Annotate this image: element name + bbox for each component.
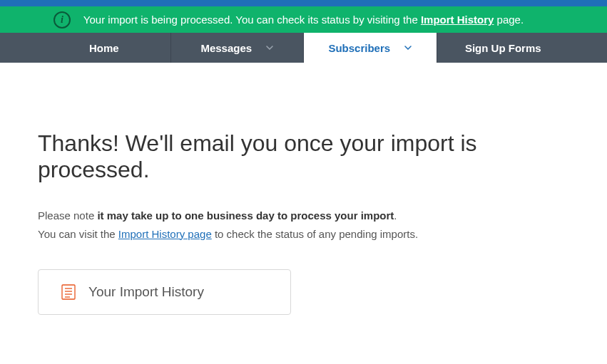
- page-heading: Thanks! We'll email you once your import…: [38, 130, 569, 183]
- top-accent-bar: [0, 0, 607, 6]
- import-history-page-link[interactable]: Import History page: [118, 228, 212, 240]
- nav-subscribers-label: Subscribers: [328, 42, 390, 54]
- import-history-link[interactable]: Import History: [421, 14, 494, 26]
- notification-text: Your import is being processed. You can …: [83, 14, 524, 26]
- nav-home[interactable]: Home: [38, 33, 171, 63]
- list-icon: [61, 284, 76, 300]
- nav-home-label: Home: [89, 42, 119, 54]
- main-content: Thanks! We'll email you once your import…: [38, 63, 569, 315]
- nav-messages-label: Messages: [200, 42, 252, 54]
- notification-bar: i Your import is being processed. You ca…: [0, 6, 607, 33]
- your-import-history-button[interactable]: Your Import History: [38, 269, 291, 315]
- nav-signup-forms-label: Sign Up Forms: [465, 42, 541, 54]
- nav-signup-forms[interactable]: Sign Up Forms: [437, 33, 570, 63]
- para-import-history: You can visit the Import History page to…: [38, 227, 569, 243]
- para-processing-time: Please note it may take up to one busine…: [38, 208, 569, 224]
- chevron-down-icon: [404, 44, 412, 51]
- import-history-button-label: Your Import History: [88, 284, 204, 300]
- main-nav: Home Messages Subscribers Sign Up Forms: [0, 33, 607, 63]
- chevron-down-icon: [266, 44, 273, 51]
- nav-messages[interactable]: Messages: [171, 33, 305, 63]
- nav-subscribers[interactable]: Subscribers: [304, 33, 437, 63]
- info-icon: i: [53, 11, 71, 28]
